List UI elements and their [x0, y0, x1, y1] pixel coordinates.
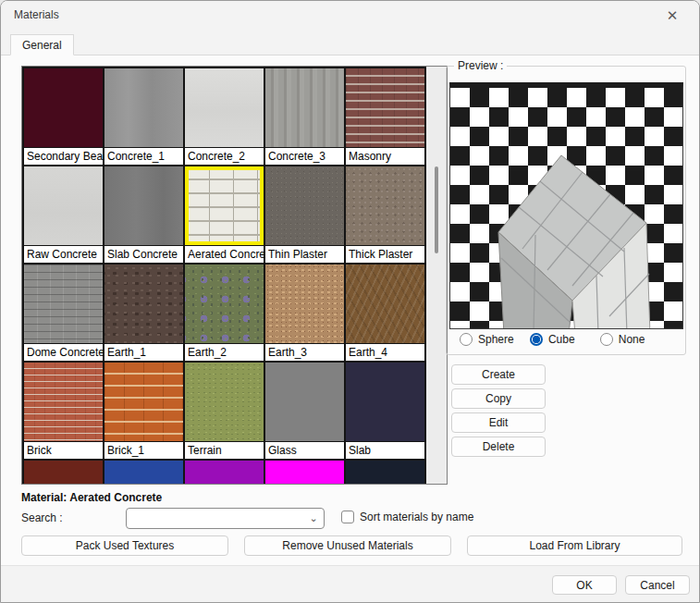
radio-icon[interactable]: [530, 333, 543, 346]
material-name: Concrete_1: [104, 147, 183, 165]
materials-grid: Secondary BeamConcrete_1Concrete_2Concre…: [22, 67, 426, 484]
material-cell[interactable]: Thick Plaster: [346, 166, 424, 263]
edit-button[interactable]: Edit: [451, 412, 546, 433]
material-name: Terrain: [185, 441, 264, 459]
shape-radio-cube[interactable]: Cube: [530, 333, 600, 346]
sort-checkbox-label: Sort materials by name: [360, 511, 473, 523]
shape-radio-none[interactable]: None: [600, 333, 670, 346]
material-cell[interactable]: Dome Concrete: [24, 265, 103, 361]
material-thumbnail: [265, 461, 344, 484]
material-name: Aerated Concrete: [185, 245, 264, 263]
delete-button[interactable]: Delete: [451, 437, 546, 457]
material-thumbnail: [104, 166, 183, 245]
material-name: Earth_4: [346, 343, 424, 361]
materials-scrollbar[interactable]: [426, 67, 447, 484]
material-name: Earth_1: [104, 343, 183, 361]
tab-strip: General: [1, 29, 699, 55]
material-cell-partial[interactable]: [265, 461, 344, 484]
materials-dialog: Materials ✕ General Secondary BeamConcre…: [0, 0, 700, 603]
material-cell[interactable]: Concrete_3: [265, 68, 344, 165]
material-thumbnail: [346, 461, 424, 484]
material-name: Slab Concrete: [104, 245, 183, 263]
material-cell[interactable]: Glass: [265, 363, 344, 459]
material-cell[interactable]: Slab Concrete: [104, 166, 183, 263]
scrollbar-thumb[interactable]: [435, 166, 438, 253]
material-cell[interactable]: Raw Concrete: [24, 166, 103, 263]
materials-listbox: Secondary BeamConcrete_1Concrete_2Concre…: [21, 66, 448, 485]
material-thumbnail: [24, 166, 103, 245]
material-name: Slab: [346, 441, 424, 459]
copy-button[interactable]: Copy: [451, 388, 546, 409]
radio-label: None: [619, 333, 645, 346]
material-cell-partial[interactable]: [24, 461, 103, 484]
preview-groupbox: Preview : SphereCubeNone: [446, 66, 686, 355]
material-cell[interactable]: Concrete_2: [185, 68, 264, 165]
material-name: Dome Concrete: [24, 343, 103, 361]
material-name: Earth_3: [265, 343, 344, 361]
titlebar: Materials ✕: [1, 1, 699, 29]
material-name: Glass: [265, 441, 344, 459]
material-cell-partial[interactable]: [346, 461, 424, 484]
material-thumbnail: [185, 68, 264, 147]
material-thumbnail: [265, 363, 344, 441]
material-thumbnail: [265, 166, 344, 245]
material-cell[interactable]: Masonry: [346, 68, 424, 165]
radio-icon[interactable]: [460, 333, 473, 346]
material-thumbnail: [24, 265, 103, 343]
material-thumbnail: [346, 363, 424, 441]
pack-used-textures-button[interactable]: Pack Used Textures: [21, 535, 228, 556]
material-thumbnail: [185, 166, 264, 245]
material-name: Earth_2: [185, 343, 264, 361]
material-thumbnail: [185, 363, 264, 441]
radio-icon[interactable]: [600, 333, 613, 346]
preview-cube: [480, 142, 665, 329]
material-cell[interactable]: Brick: [24, 363, 103, 459]
create-button[interactable]: Create: [451, 364, 546, 385]
material-thumbnail: [346, 265, 424, 343]
material-thumbnail: [185, 461, 264, 484]
material-cell[interactable]: Slab: [346, 363, 424, 459]
material-name: Brick: [24, 441, 103, 459]
material-thumbnail: [346, 166, 424, 245]
material-cell[interactable]: Earth_1: [104, 265, 183, 361]
material-cell[interactable]: Secondary Beam: [24, 68, 103, 165]
material-cell[interactable]: Concrete_1: [104, 68, 183, 165]
material-cell[interactable]: Brick_1: [104, 363, 183, 459]
material-thumbnail: [24, 363, 103, 441]
material-cell[interactable]: Thin Plaster: [265, 166, 344, 263]
sort-checkbox[interactable]: [341, 511, 354, 523]
material-thumbnail: [265, 68, 344, 147]
search-input[interactable]: [127, 509, 303, 528]
selected-material-label: Material: Aerated Concrete: [21, 491, 162, 504]
material-thumbnail: [346, 68, 424, 147]
window-title: Materials: [14, 8, 59, 21]
ok-button[interactable]: OK: [552, 575, 617, 595]
material-name: Brick_1: [104, 441, 183, 459]
material-cell-partial[interactable]: [185, 461, 264, 484]
remove-unused-materials-button[interactable]: Remove Unused Materials: [244, 535, 451, 556]
radio-label: Sphere: [478, 333, 514, 346]
material-cell-partial[interactable]: [104, 461, 183, 484]
material-thumbnail: [104, 68, 183, 147]
shape-radio-sphere[interactable]: Sphere: [460, 333, 530, 346]
chevron-down-icon[interactable]: ⌄: [303, 512, 324, 524]
material-cell[interactable]: Aerated Concrete: [185, 166, 264, 263]
search-combobox[interactable]: ⌄: [126, 508, 325, 529]
load-from-library-button[interactable]: Load From Library: [467, 535, 682, 556]
material-thumbnail: [104, 363, 183, 441]
material-thumbnail: [265, 265, 344, 343]
cancel-button[interactable]: Cancel: [625, 575, 690, 595]
material-cell[interactable]: Earth_2: [185, 265, 264, 361]
material-name: Thick Plaster: [346, 245, 424, 263]
material-thumbnail: [24, 461, 103, 484]
preview-legend: Preview :: [454, 59, 507, 72]
close-icon[interactable]: ✕: [660, 6, 684, 25]
tab-general[interactable]: General: [10, 34, 74, 55]
material-cell[interactable]: Earth_4: [346, 265, 424, 361]
footer-bar: OK Cancel: [1, 565, 699, 602]
material-cell[interactable]: Earth_3: [265, 265, 344, 361]
material-cell[interactable]: Terrain: [185, 363, 264, 459]
sort-by-name-option[interactable]: Sort materials by name: [341, 511, 473, 523]
material-name: Secondary Beam: [24, 147, 103, 165]
dialog-content: Secondary BeamConcrete_1Concrete_2Concre…: [1, 55, 699, 565]
